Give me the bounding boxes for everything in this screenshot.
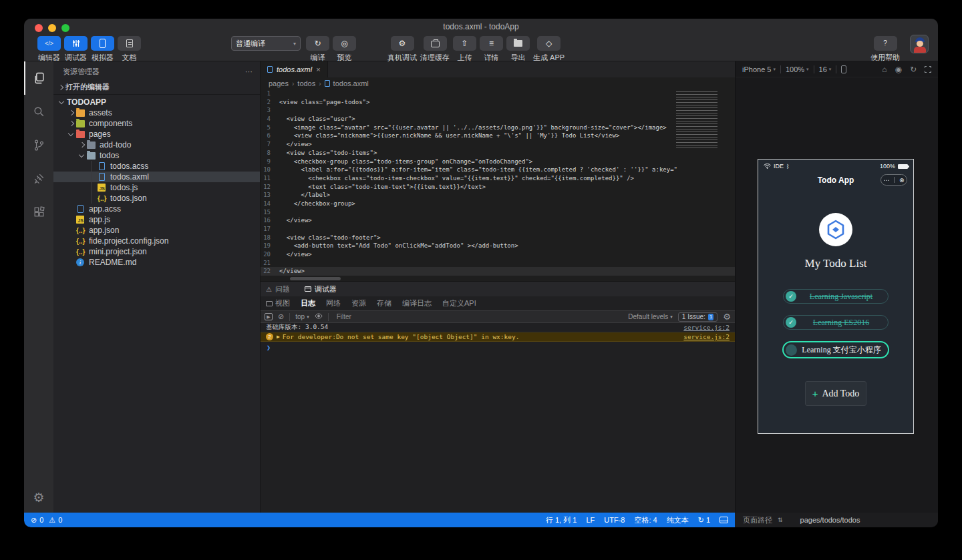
search-activity-icon[interactable] — [24, 95, 53, 128]
console-settings-gear-icon[interactable]: ⚙ — [723, 312, 731, 321]
context-selector[interactable]: top ▾ — [295, 313, 309, 320]
device-select[interactable]: iPhone 5▾ — [742, 65, 776, 73]
issues-counter[interactable]: 1 Issue: 1 — [678, 312, 717, 322]
scan-frame-icon[interactable] — [925, 66, 931, 73]
console-prompt[interactable]: ❯ — [261, 342, 735, 351]
tree-file-fide-project-config[interactable]: {..} fide.project.config.json — [53, 236, 260, 246]
docs-button[interactable]: 文档 — [118, 36, 141, 63]
location-pin-icon[interactable]: ◉ — [895, 65, 901, 74]
page-path-value[interactable]: pages/todos/todos — [800, 516, 860, 524]
file-icon — [77, 205, 84, 213]
help-button[interactable]: ? 使用帮助 — [870, 36, 900, 63]
rotate-device-icon[interactable]: ↻ — [910, 65, 917, 74]
remote-debug-button[interactable]: ⚙ 真机调试 — [387, 36, 417, 63]
swap-icon[interactable]: ⇅ — [778, 517, 783, 523]
close-miniapp-icon[interactable]: ⊗ — [899, 177, 905, 184]
problems-counter[interactable]: ⊘ 0 ⚠ 0 — [31, 516, 62, 525]
home-icon[interactable]: ⌂ — [882, 65, 887, 74]
tab-custom-api[interactable]: 自定义API — [442, 298, 476, 308]
checkbox-checked-icon[interactable]: ✓ — [786, 317, 796, 328]
debugger-tab[interactable]: 调试器 — [305, 284, 337, 294]
default-levels-select[interactable]: Default levels ▾ — [628, 313, 673, 320]
tab-network[interactable]: 网络 — [326, 298, 341, 308]
checkbox-unchecked-icon[interactable] — [786, 344, 797, 356]
tree-folder-components[interactable]: components — [53, 118, 260, 129]
tree-root-todoapp[interactable]: TODOAPP — [53, 97, 260, 107]
tree-file-app-acss[interactable]: app.acss — [53, 204, 260, 214]
filter-input[interactable]: Filter — [334, 312, 623, 321]
toolbar-action-group: 普通编译 ▾ ↻ 编译 ◎ 预览 ⚙ 真机调试 清理缓存 — [231, 36, 568, 63]
fontsize-select[interactable]: 16▾ — [819, 65, 832, 73]
zoom-select[interactable]: 100%▾ — [786, 65, 809, 73]
tab-storage[interactable]: 存储 — [377, 298, 391, 308]
add-todo-button[interactable]: + Add Todo — [805, 381, 866, 406]
source-link[interactable]: service.js:2 — [683, 333, 730, 340]
todo-item-completed[interactable]: ✓ Learning Javascript — [783, 289, 889, 304]
cursor-position[interactable]: 行 1, 列 1 — [546, 515, 577, 525]
tree-file-todos-acss[interactable]: todos.acss — [53, 161, 260, 172]
tab-view[interactable]: 视图 — [266, 298, 290, 308]
settings-gear-icon[interactable]: ⚙ — [24, 486, 53, 509]
open-editors-section[interactable]: 打开的编辑器 — [53, 80, 260, 95]
more-icon[interactable]: ⋯ — [883, 177, 889, 184]
eol-indicator[interactable]: LF — [586, 516, 595, 524]
details-button[interactable]: ≡ 详情 — [480, 36, 503, 63]
tab-resources[interactable]: 资源 — [351, 298, 366, 308]
tree-folder-assets[interactable]: assets — [53, 107, 260, 118]
device-frame-icon[interactable] — [841, 65, 846, 73]
language-mode[interactable]: 纯文本 — [667, 515, 689, 525]
close-tab-icon[interactable]: × — [316, 65, 320, 73]
tab-todos-axml[interactable]: todos.axml × — [261, 61, 328, 77]
export-button[interactable]: 导出 — [506, 36, 530, 63]
todo-item-active[interactable]: Learning 支付宝小程序 — [782, 341, 889, 358]
panel-layout-icon[interactable] — [719, 517, 728, 523]
chevron-down-icon — [79, 153, 84, 158]
tree-file-todos-axml[interactable]: todos.axml — [53, 172, 260, 182]
todo-item-completed[interactable]: ✓ Learning ES2016 — [783, 315, 889, 330]
tree-folder-add-todo[interactable]: add-todo — [53, 139, 260, 150]
tree-file-app-json[interactable]: {..} app.json — [53, 225, 260, 236]
tree-file-todos-js[interactable]: JS todos.js — [53, 182, 260, 193]
miniprogram-logo-icon — [826, 220, 846, 240]
extensions-activity-icon[interactable] — [24, 195, 53, 228]
clear-console-icon[interactable]: ⊘ — [278, 313, 284, 320]
capsule-menu[interactable]: ⋯ ⊗ — [880, 174, 907, 186]
generate-app-button[interactable]: ◇ 生成 APP — [533, 36, 565, 63]
tree-file-mini-project-json[interactable]: {..} mini.project.json — [53, 246, 260, 257]
preview-button[interactable]: ◎ 预览 — [333, 36, 356, 63]
compile-mode-select[interactable]: 普通编译 ▾ — [231, 36, 301, 51]
source-link[interactable]: service.js:2 — [683, 324, 730, 331]
expand-arrow-icon[interactable]: ▶ — [277, 334, 280, 340]
simulator-mode-button[interactable]: 模拟器 — [91, 36, 114, 63]
debugger-mode-button[interactable]: 调试器 — [64, 36, 88, 63]
horizontal-scrollbar[interactable] — [261, 276, 735, 281]
explorer-activity-icon[interactable] — [24, 61, 53, 95]
plugin-activity-icon[interactable] — [24, 162, 53, 195]
tree-file-app-js[interactable]: JS app.js — [53, 214, 260, 225]
compile-button[interactable]: ↻ 编译 — [306, 36, 329, 63]
eye-icon[interactable] — [315, 313, 323, 320]
encoding-indicator[interactable]: UTF-8 — [604, 516, 625, 524]
console-sidebar-icon[interactable]: ▶ — [265, 313, 273, 320]
source-control-activity-icon[interactable] — [24, 128, 53, 162]
checkbox-checked-icon[interactable]: ✓ — [786, 291, 796, 302]
tree-folder-todos[interactable]: todos — [53, 150, 260, 161]
sync-indicator[interactable]: ↻ 1 — [698, 516, 710, 525]
problems-tab[interactable]: ⚠ 问题 — [266, 284, 290, 294]
tree-file-todos-json[interactable]: {..} todos.json — [53, 193, 260, 204]
more-actions-icon[interactable]: ⋯ — [245, 67, 253, 76]
log-row-warning[interactable]: 2 ▶ For developer:Do not set same key "[… — [261, 332, 735, 342]
editor-mode-button[interactable]: </> 编辑器 — [37, 36, 61, 63]
minimap[interactable] — [676, 91, 727, 150]
tab-log[interactable]: 日志 — [301, 298, 315, 308]
chevron-right-icon: › — [319, 80, 321, 87]
upload-button[interactable]: ⇧ 上传 — [453, 36, 476, 63]
tree-file-readme[interactable]: i README.md — [53, 257, 260, 268]
code-editor[interactable]: 1 2<view class="page-todos"> 3 4 <view c… — [261, 89, 735, 276]
errors-icon: ⊘ — [31, 516, 37, 525]
user-avatar[interactable] — [910, 35, 929, 53]
indent-indicator[interactable]: 空格: 4 — [634, 515, 657, 525]
clear-cache-button[interactable]: 清理缓存 — [420, 36, 450, 63]
tab-compile-log[interactable]: 编译日志 — [402, 298, 432, 308]
tree-folder-pages[interactable]: pages — [53, 129, 260, 139]
